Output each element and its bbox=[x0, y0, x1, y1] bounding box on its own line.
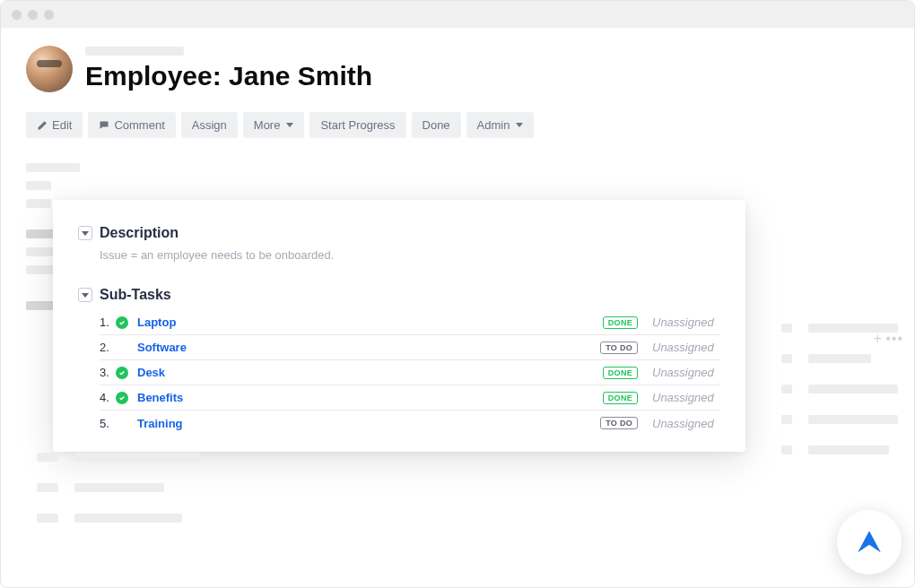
status-badge: DONE bbox=[603, 392, 638, 404]
more-button[interactable]: More bbox=[243, 112, 305, 138]
task-row: 1.LaptopDONEUnassigned bbox=[100, 310, 720, 335]
issue-card: Description Issue = an employee needs to… bbox=[53, 200, 745, 452]
chevron-down-icon bbox=[516, 123, 523, 127]
window-maximize-icon[interactable] bbox=[44, 10, 54, 20]
edit-label: Edit bbox=[52, 118, 72, 132]
floating-action-button[interactable] bbox=[837, 510, 902, 575]
task-row: 5.TrainingTO DOUnassigned bbox=[100, 411, 720, 436]
task-link[interactable]: Benefits bbox=[137, 391, 603, 404]
task-row: 2.SoftwareTO DOUnassigned bbox=[100, 335, 720, 360]
comment-icon bbox=[99, 120, 109, 131]
task-number: 4. bbox=[100, 391, 116, 404]
send-icon bbox=[854, 527, 884, 558]
plus-icon[interactable]: + bbox=[874, 331, 882, 347]
bottom-skeleton-panel bbox=[37, 453, 200, 544]
done-label: Done bbox=[423, 118, 450, 132]
subtasks-heading: Sub-Tasks bbox=[100, 287, 171, 303]
task-row: 4.BenefitsDONEUnassigned bbox=[100, 385, 720, 411]
comment-button[interactable]: Comment bbox=[88, 112, 175, 138]
comment-label: Comment bbox=[114, 118, 164, 132]
avatar bbox=[26, 46, 73, 92]
more-label: More bbox=[254, 118, 281, 132]
task-link[interactable]: Training bbox=[137, 417, 600, 430]
check-icon bbox=[116, 316, 128, 329]
page-title: Employee: Jane Smith bbox=[85, 61, 372, 91]
check-icon bbox=[116, 392, 128, 404]
description-heading: Description bbox=[100, 225, 179, 241]
description-toggle[interactable] bbox=[78, 226, 92, 240]
status-badge: DONE bbox=[603, 316, 638, 329]
chevron-down-icon bbox=[82, 293, 89, 298]
status-badge: TO DO bbox=[600, 417, 638, 429]
done-button[interactable]: Done bbox=[412, 112, 461, 138]
status-badge: DONE bbox=[603, 367, 638, 379]
task-link[interactable]: Laptop bbox=[137, 316, 603, 329]
assign-label: Assign bbox=[192, 118, 227, 132]
task-link[interactable]: Software bbox=[137, 341, 600, 354]
assignee-label: Unassigned bbox=[638, 316, 720, 329]
plus-more-icons: + ••• bbox=[874, 331, 903, 347]
task-row: 3.DeskDONEUnassigned bbox=[100, 360, 720, 385]
task-number: 3. bbox=[100, 366, 116, 379]
more-icon[interactable]: ••• bbox=[885, 331, 903, 347]
assign-button[interactable]: Assign bbox=[181, 112, 238, 138]
assignee-label: Unassigned bbox=[638, 391, 720, 404]
window-minimize-icon[interactable] bbox=[28, 10, 38, 20]
window-close-icon[interactable] bbox=[12, 10, 22, 20]
titlebar bbox=[1, 1, 914, 28]
admin-button[interactable]: Admin bbox=[466, 112, 535, 138]
pencil-icon bbox=[37, 120, 48, 131]
task-link[interactable]: Desk bbox=[137, 366, 603, 379]
status-badge: TO DO bbox=[600, 342, 638, 354]
description-text: Issue = an employee needs to be onboarde… bbox=[78, 248, 720, 262]
start-progress-button[interactable]: Start Progress bbox=[309, 112, 405, 138]
task-number: 1. bbox=[100, 316, 116, 329]
toolbar: Edit Comment Assign More Start Progress … bbox=[26, 112, 889, 138]
task-number: 5. bbox=[100, 417, 116, 430]
assignee-label: Unassigned bbox=[638, 366, 720, 379]
assignee-label: Unassigned bbox=[638, 341, 720, 354]
subtasks-list: 1.LaptopDONEUnassigned2.SoftwareTO DOUna… bbox=[78, 310, 720, 436]
task-number: 2. bbox=[100, 341, 116, 354]
check-icon bbox=[116, 367, 128, 379]
edit-button[interactable]: Edit bbox=[26, 112, 83, 138]
chevron-down-icon bbox=[286, 123, 293, 127]
chevron-down-icon bbox=[82, 231, 89, 236]
start-progress-label: Start Progress bbox=[320, 118, 395, 132]
admin-label: Admin bbox=[477, 118, 510, 132]
app-window: Employee: Jane Smith Edit Comment Assign… bbox=[0, 0, 915, 588]
breadcrumb-skeleton bbox=[85, 47, 184, 56]
subtasks-toggle[interactable] bbox=[78, 288, 92, 302]
assignee-label: Unassigned bbox=[638, 417, 720, 430]
